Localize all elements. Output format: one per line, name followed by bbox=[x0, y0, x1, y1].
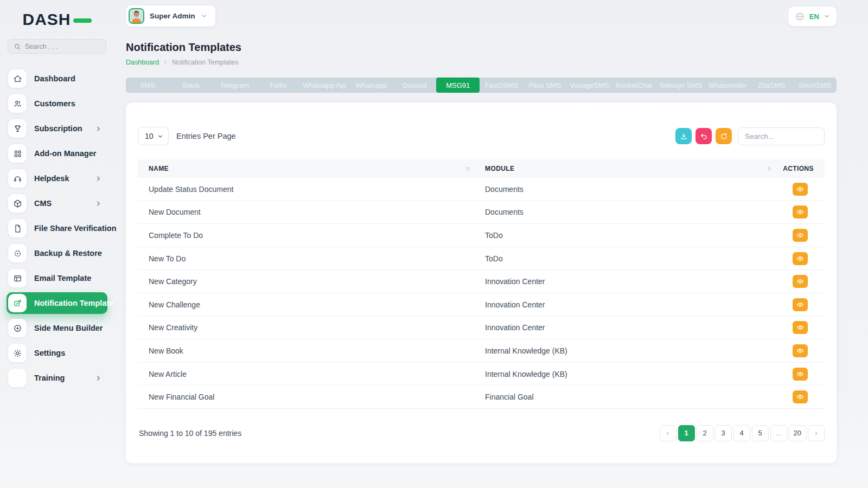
sidebar-item-label: Email Template bbox=[34, 274, 102, 282]
sidebar-item-cms[interactable]: CMS bbox=[7, 192, 107, 214]
cell-name: Complete To Do bbox=[138, 231, 474, 240]
tab-whatsender[interactable]: Whatsender bbox=[705, 78, 750, 93]
gear-icon bbox=[8, 344, 27, 362]
undo-icon bbox=[700, 132, 708, 140]
tab-rocketchat[interactable]: RocketChat bbox=[612, 78, 656, 93]
export-button[interactable] bbox=[675, 128, 692, 144]
view-button[interactable] bbox=[793, 344, 808, 357]
column-header-actions: ACTIONS bbox=[776, 165, 825, 172]
table-row: New To Do ToDo bbox=[138, 247, 825, 271]
tab-telesign-sms[interactable]: Telesign SMS bbox=[656, 78, 705, 93]
user-menu[interactable]: Super Admin bbox=[126, 5, 215, 27]
entries-per-page-select[interactable]: 10 bbox=[138, 127, 169, 145]
tab-sms[interactable]: SMS bbox=[126, 78, 169, 93]
templates-table: NAME MODULE ACTIONS Update Status Docume… bbox=[138, 159, 825, 409]
column-header-module[interactable]: MODULE bbox=[474, 165, 776, 172]
view-button[interactable] bbox=[793, 252, 808, 265]
view-button[interactable] bbox=[793, 390, 808, 403]
undo-button[interactable] bbox=[695, 128, 712, 144]
sort-icon[interactable] bbox=[464, 165, 471, 172]
logo-dash-accent bbox=[73, 18, 92, 23]
sidebar-item-subscription[interactable]: Subscription bbox=[7, 118, 107, 139]
tab-msg91[interactable]: MSG91 bbox=[436, 78, 480, 93]
view-button[interactable] bbox=[793, 368, 808, 381]
users-icon bbox=[8, 94, 27, 113]
eye-icon bbox=[796, 255, 804, 262]
chevron-down-icon bbox=[157, 133, 163, 139]
language-code: EN bbox=[809, 12, 819, 21]
eye-icon bbox=[796, 347, 804, 355]
sidebar-search-input[interactable] bbox=[25, 43, 100, 50]
sidebar-item-customers[interactable]: Customers bbox=[7, 93, 107, 114]
cell-module: ToDo bbox=[474, 254, 776, 263]
table-card: 10 Entries Per Page bbox=[126, 102, 837, 463]
sidebar-item-email-template[interactable]: Email Template bbox=[7, 267, 107, 289]
sidebar-item-notification-template[interactable]: Notification Template bbox=[7, 292, 107, 314]
sidebar-item-dashboard[interactable]: Dashboard bbox=[7, 68, 107, 89]
refresh-button[interactable] bbox=[716, 128, 732, 144]
chevron-right-icon bbox=[95, 175, 102, 182]
sidebar-item-helpdesk[interactable]: Helpdesk bbox=[7, 168, 107, 189]
tab-fast2sms[interactable]: Fast2SMS bbox=[480, 78, 523, 93]
eye-icon bbox=[796, 301, 804, 309]
tab-whatsapp-api[interactable]: Whatsapp Api bbox=[299, 78, 349, 93]
view-button[interactable] bbox=[793, 183, 808, 196]
tab-telegram[interactable]: Telegram bbox=[213, 78, 256, 93]
sidebar-item-training[interactable]: Training bbox=[7, 367, 107, 389]
tab-twilio[interactable]: Twilio bbox=[256, 78, 299, 93]
view-button[interactable] bbox=[793, 275, 808, 288]
main-content: Super Admin EN Notification Templates Da… bbox=[114, 0, 868, 488]
sort-icon[interactable] bbox=[766, 165, 773, 172]
table-row: New Financial Goal Financial Goal bbox=[138, 386, 825, 409]
view-button[interactable] bbox=[793, 321, 808, 334]
tab-slack[interactable]: Slack bbox=[169, 78, 213, 93]
eye-icon bbox=[796, 370, 804, 378]
prev-page-button[interactable]: ‹ bbox=[660, 425, 676, 441]
channel-tabs: SMS Slack Telegram Twilio Whatsapp Api W… bbox=[126, 78, 837, 93]
tab-sinchsms[interactable]: SinchSMS bbox=[793, 78, 837, 93]
grid-icon bbox=[8, 144, 27, 163]
sidebar-item-label: Dashboard bbox=[34, 74, 102, 83]
sidebar-item-side-menu-builder[interactable]: Side Menu Builder bbox=[7, 317, 107, 339]
table-search-input[interactable] bbox=[738, 127, 825, 145]
sidebar-item-backup-restore[interactable]: Backup & Restore bbox=[7, 242, 107, 264]
sidebar-search[interactable] bbox=[8, 39, 106, 54]
cell-module: Innovation Center bbox=[474, 277, 776, 286]
cell-module: Innovation Center bbox=[474, 323, 776, 332]
chevron-right-icon bbox=[95, 375, 102, 382]
topbar: Super Admin EN bbox=[126, 5, 837, 27]
breadcrumb-dashboard-link[interactable]: Dashboard bbox=[126, 59, 159, 66]
column-header-name[interactable]: NAME bbox=[138, 165, 474, 172]
page-button-2[interactable]: 2 bbox=[697, 425, 713, 441]
page-button-20[interactable]: 20 bbox=[789, 425, 806, 441]
sidebar-item-file-share-verification[interactable]: File Share Verification bbox=[7, 217, 107, 239]
view-button[interactable] bbox=[793, 298, 808, 311]
page-button-3[interactable]: 3 bbox=[715, 425, 732, 441]
sidebar-item-addon-manager[interactable]: Add-on Manager bbox=[7, 143, 107, 164]
cell-module: ToDo bbox=[474, 231, 776, 240]
page-button-4[interactable]: 4 bbox=[733, 425, 750, 441]
cell-name: New Category bbox=[138, 277, 474, 286]
tab-plivo-sms[interactable]: Plivo SMS bbox=[523, 78, 566, 93]
tab-whatsapp[interactable]: Whatsapp bbox=[349, 78, 393, 93]
sidebar-item-settings[interactable]: Settings bbox=[7, 342, 107, 364]
tab-discord[interactable]: Discord bbox=[393, 78, 436, 93]
page-button-1[interactable]: 1 bbox=[678, 425, 695, 441]
tab-vonagesms[interactable]: VonageSMS bbox=[566, 78, 612, 93]
cell-module: Innovation Center bbox=[474, 300, 776, 309]
cell-name: Update Status Document bbox=[138, 185, 474, 194]
entries-per-page-label: Entries Per Page bbox=[176, 132, 672, 140]
blank-icon bbox=[8, 369, 27, 387]
tab-zitasms[interactable]: ZitaSMS bbox=[750, 78, 793, 93]
view-button[interactable] bbox=[793, 229, 808, 242]
page-button-5[interactable]: 5 bbox=[752, 425, 769, 441]
page-ellipsis[interactable]: ... bbox=[770, 425, 787, 441]
breadcrumb: Dashboard Notification Templates bbox=[126, 59, 837, 66]
view-button[interactable] bbox=[793, 206, 808, 219]
language-selector[interactable]: EN bbox=[788, 7, 837, 26]
sidebar-item-label: Customers bbox=[34, 99, 102, 108]
breadcrumb-current: Notification Templates bbox=[172, 59, 238, 66]
eye-icon bbox=[796, 324, 804, 331]
cell-module: Internal Knowledge (KB) bbox=[474, 346, 776, 355]
next-page-button[interactable]: › bbox=[808, 425, 825, 441]
